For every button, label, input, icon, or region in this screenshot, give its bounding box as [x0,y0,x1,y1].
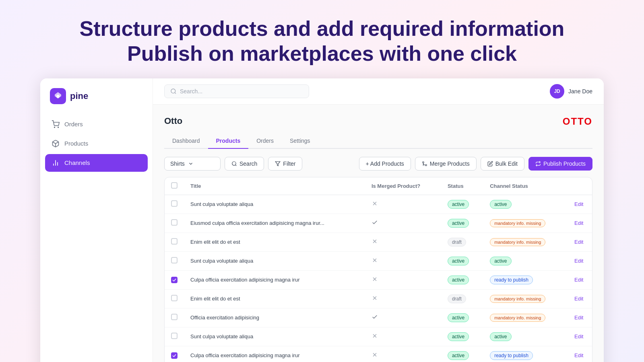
row-channel-status-8: active [483,327,568,346]
toolbar-left: Shirts Search [164,157,302,171]
tab-products[interactable]: Products [208,134,249,149]
edit-button-9[interactable]: Edit [574,352,583,358]
publish-icon [535,161,541,167]
filter-icon [275,161,281,167]
table-row: Culpa officia exercitation adipisicing m… [165,346,592,362]
row-channel-status-1: active [483,195,568,214]
row-status-2: active [441,214,483,232]
status-badge: active [448,257,469,265]
status-badge: draft [448,294,466,303]
svg-point-6 [171,89,175,93]
row-merged-3 [365,232,441,251]
bar-chart-icon [52,159,60,167]
table-row: Enim elit elit do et estdraftmandatory i… [165,289,592,308]
user-info: JD Jane Doe [550,84,592,99]
publish-products-button[interactable]: Publish Products [528,157,592,171]
channel-title: Otto [164,116,182,126]
row-checkbox-9[interactable] [171,352,178,359]
table-header: Title Is Merged Product? Status Channel … [165,177,592,195]
row-status-6: draft [441,289,483,308]
row-status-5: active [441,270,483,289]
table-row: Sunt culpa voluptate aliquaactiveactiveE… [165,251,592,270]
tab-orders[interactable]: Orders [248,134,282,149]
add-products-button[interactable]: + Add Products [359,157,411,171]
hero-title: Structure products and add required info… [8,16,636,66]
row-checkbox-7[interactable] [171,314,178,320]
row-title-3: Enim elit elit do et est [184,232,365,251]
table-body: Sunt culpa voluptate aliquaactiveactiveE… [165,195,592,362]
svg-line-7 [175,93,176,94]
shopping-cart-icon [52,120,60,128]
status-badge: active [448,219,469,228]
tab-settings[interactable]: Settings [282,134,318,149]
row-merged-6 [365,289,441,308]
status-header: Status [441,177,483,195]
channel-status-badge: mandatory info. missing [490,219,545,227]
row-status-8: active [441,327,483,346]
row-title-6: Enim elit elit do et est [184,289,365,308]
logo-icon [50,88,66,104]
package-icon [52,140,60,148]
edit-button-1[interactable]: Edit [574,201,583,207]
avatar: JD [550,84,564,99]
tab-dashboard[interactable]: Dashboard [164,134,208,149]
row-checkbox-3[interactable] [171,238,178,245]
row-status-9: active [441,346,483,362]
edit-button-3[interactable]: Edit [574,239,583,245]
sidebar-item-channels-label: Channels [64,159,90,166]
content-area: Otto OTTO Dashboard Products Orders Sett… [153,105,604,362]
select-all-checkbox[interactable] [171,182,178,189]
channel-status-header: Channel Status [483,177,568,195]
search-btn-icon [231,161,237,167]
row-checkbox-8[interactable] [171,333,178,339]
row-checkbox-2[interactable] [171,219,178,226]
edit-button-8[interactable]: Edit [574,333,583,339]
filter-button[interactable]: Filter [268,157,302,171]
row-checkbox-5[interactable] [171,277,178,283]
edit-button-7[interactable]: Edit [574,315,583,321]
edit-button-6[interactable]: Edit [574,296,583,302]
row-merged-9 [365,346,441,362]
row-checkbox-1[interactable] [171,200,178,207]
sidebar-item-orders[interactable]: Orders [45,115,148,133]
edit-button-5[interactable]: Edit [574,277,583,283]
row-merged-1 [365,195,441,214]
sidebar-item-products[interactable]: Products [45,135,148,152]
row-channel-status-3: mandatory info. missing [483,232,568,251]
row-merged-2 [365,214,441,232]
row-status-4: active [441,251,483,270]
search-button[interactable]: Search [225,157,264,171]
row-channel-status-6: mandatory info. missing [483,289,568,308]
row-channel-status-5: ready to publish [483,270,568,289]
otto-logo: OTTO [563,116,592,127]
channel-status-badge: mandatory info. missing [490,295,545,303]
bulk-edit-button[interactable]: Bulk Edit [481,157,524,171]
row-title-7: Officia exercitation adipisicing [184,308,365,327]
row-status-3: draft [441,232,483,251]
merge-products-button[interactable]: Merge Products [415,157,477,171]
svg-line-9 [235,165,237,166]
sidebar-nav: Orders Products Channels [40,112,153,362]
row-checkbox-6[interactable] [171,295,178,301]
row-status-7: active [441,308,483,327]
row-status-1: active [441,195,483,214]
category-select[interactable]: Shirts [164,157,221,171]
row-checkbox-4[interactable] [171,257,178,263]
edit-button-2[interactable]: Edit [574,220,583,226]
channel-status-badge: ready to publish [490,276,533,284]
channel-status-badge: mandatory info. missing [490,314,545,322]
channel-status-badge: ready to publish [490,351,533,360]
filter-btn-label: Filter [283,160,295,167]
table-row: Eiusmod culpa officia exercitation adipi… [165,214,592,232]
row-merged-5 [365,270,441,289]
search-btn-label: Search [239,160,257,167]
status-badge: draft [448,238,466,247]
edit-button-4[interactable]: Edit [574,258,583,264]
merged-header: Is Merged Product? [365,177,441,195]
sidebar: pine Orders Products [40,78,153,362]
row-title-5: Culpa officia exercitation adipisicing m… [184,270,365,289]
search-bar[interactable]: Search... [164,84,309,98]
sidebar-item-channels[interactable]: Channels [45,154,148,172]
row-title-8: Sunt culpa voluptate aliqua [184,327,365,346]
search-icon [170,88,177,95]
